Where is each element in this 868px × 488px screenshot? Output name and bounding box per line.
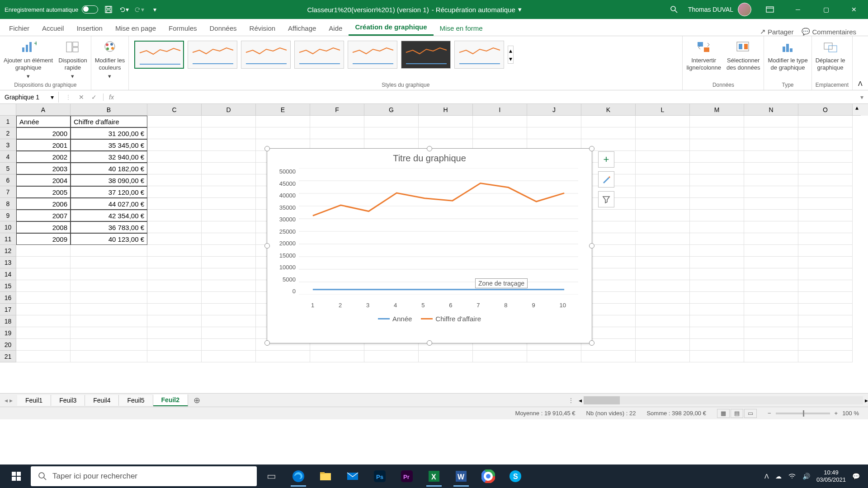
cell[interactable] bbox=[419, 351, 473, 362]
cell[interactable]: 2004 bbox=[16, 174, 71, 186]
cell[interactable]: 2006 bbox=[16, 198, 71, 210]
chart-style-1[interactable] bbox=[134, 41, 184, 69]
cell[interactable] bbox=[202, 186, 256, 198]
cell[interactable] bbox=[636, 151, 690, 163]
cell[interactable] bbox=[16, 327, 71, 339]
cell[interactable] bbox=[636, 221, 690, 233]
cell[interactable] bbox=[744, 221, 798, 233]
search-icon[interactable] bbox=[669, 5, 679, 14]
row-header-1[interactable]: 1 bbox=[0, 116, 16, 127]
cell[interactable]: 2005 bbox=[16, 186, 71, 198]
minimize-icon[interactable]: ─ bbox=[788, 3, 807, 16]
tab-format[interactable]: Mise en forme bbox=[434, 21, 489, 36]
row-header-19[interactable]: 19 bbox=[0, 327, 16, 339]
cell[interactable]: 2002 bbox=[16, 151, 71, 163]
cell[interactable] bbox=[798, 116, 853, 127]
row-header-10[interactable]: 10 bbox=[0, 221, 16, 233]
cell[interactable] bbox=[690, 233, 744, 245]
cell[interactable] bbox=[71, 351, 147, 362]
cell[interactable] bbox=[71, 292, 147, 304]
cell[interactable] bbox=[636, 280, 690, 292]
confirm-icon[interactable]: ✓ bbox=[91, 94, 97, 101]
cell[interactable] bbox=[798, 186, 853, 198]
cell[interactable] bbox=[744, 280, 798, 292]
explorer-icon[interactable] bbox=[313, 465, 338, 487]
mail-icon[interactable] bbox=[340, 465, 365, 487]
cell[interactable] bbox=[690, 151, 744, 163]
zoom-slider[interactable] bbox=[776, 413, 830, 414]
add-sheet-icon[interactable]: ⊕ bbox=[188, 395, 206, 405]
photoshop-icon[interactable]: Ps bbox=[367, 465, 392, 487]
cell[interactable] bbox=[581, 127, 636, 139]
cell[interactable] bbox=[798, 221, 853, 233]
tab-home[interactable]: Accueil bbox=[36, 21, 70, 36]
cell[interactable] bbox=[744, 327, 798, 339]
cell[interactable] bbox=[310, 116, 364, 127]
col-header-M[interactable]: M bbox=[690, 104, 744, 116]
row-header-20[interactable]: 20 bbox=[0, 339, 16, 351]
tab-formulas[interactable]: Formules bbox=[162, 21, 203, 36]
cell[interactable] bbox=[147, 233, 202, 245]
col-header-B[interactable]: B bbox=[71, 104, 147, 116]
legend-item-2[interactable]: Chiffre d'affaire bbox=[421, 315, 481, 323]
cell[interactable] bbox=[202, 257, 256, 268]
row-header-14[interactable]: 14 bbox=[0, 268, 16, 280]
cell[interactable] bbox=[71, 245, 147, 257]
cell[interactable] bbox=[744, 186, 798, 198]
cell[interactable] bbox=[581, 116, 636, 127]
cell[interactable] bbox=[147, 116, 202, 127]
tab-data[interactable]: Données bbox=[203, 21, 243, 36]
cell[interactable] bbox=[147, 163, 202, 174]
chrome-icon[interactable] bbox=[476, 465, 501, 487]
cell[interactable] bbox=[690, 245, 744, 257]
cell[interactable] bbox=[636, 327, 690, 339]
cell[interactable] bbox=[798, 304, 853, 315]
cell[interactable] bbox=[744, 257, 798, 268]
cell[interactable]: 32 940,00 € bbox=[71, 151, 147, 163]
cell[interactable] bbox=[690, 268, 744, 280]
tab-insert[interactable]: Insertion bbox=[70, 21, 109, 36]
cell[interactable]: 31 200,00 € bbox=[71, 127, 147, 139]
row-header-15[interactable]: 15 bbox=[0, 280, 16, 292]
chart-style-5[interactable] bbox=[348, 41, 397, 69]
cell[interactable] bbox=[581, 351, 636, 362]
close-icon[interactable]: ✕ bbox=[844, 3, 863, 16]
chart-title[interactable]: Titre du graphique bbox=[267, 149, 592, 168]
start-button[interactable] bbox=[4, 465, 29, 487]
cell[interactable] bbox=[419, 116, 473, 127]
cell[interactable] bbox=[147, 304, 202, 315]
change-colors-button[interactable]: Modifier les couleurs ▾ bbox=[95, 39, 125, 80]
chart-style-3[interactable] bbox=[241, 41, 291, 69]
cell[interactable] bbox=[744, 210, 798, 221]
sheet-tab-4[interactable]: Feuil5 bbox=[119, 395, 153, 406]
cell[interactable] bbox=[202, 221, 256, 233]
cell[interactable] bbox=[71, 327, 147, 339]
clock[interactable]: 10:4903/05/2021 bbox=[816, 469, 846, 483]
cell[interactable] bbox=[690, 174, 744, 186]
volume-icon[interactable]: 🔊 bbox=[802, 473, 810, 480]
cell[interactable] bbox=[744, 163, 798, 174]
chart-object[interactable]: + Titre du graphique 5000045000400003500… bbox=[267, 148, 592, 343]
cell[interactable] bbox=[690, 210, 744, 221]
onedrive-icon[interactable]: ☁ bbox=[775, 473, 782, 480]
cell[interactable] bbox=[744, 245, 798, 257]
cell[interactable] bbox=[636, 304, 690, 315]
comments-button[interactable]: 💬Commentaires bbox=[802, 28, 856, 36]
formula-input[interactable] bbox=[119, 95, 856, 99]
cell[interactable] bbox=[636, 257, 690, 268]
cell[interactable] bbox=[636, 186, 690, 198]
windows-search[interactable]: Taper ici pour rechercher bbox=[31, 466, 257, 486]
cell[interactable] bbox=[636, 116, 690, 127]
user-account[interactable]: Thomas DUVAL bbox=[688, 3, 751, 16]
cell[interactable] bbox=[364, 116, 419, 127]
chart-elements-icon[interactable]: + bbox=[598, 151, 614, 168]
cell[interactable] bbox=[690, 198, 744, 210]
cell[interactable] bbox=[798, 174, 853, 186]
cell[interactable] bbox=[147, 339, 202, 351]
sheet-tab-2[interactable]: Feuil3 bbox=[51, 395, 85, 406]
cell[interactable] bbox=[310, 351, 364, 362]
notifications-icon[interactable]: 💬 bbox=[852, 473, 860, 480]
cell[interactable] bbox=[636, 315, 690, 327]
cell[interactable] bbox=[147, 174, 202, 186]
chart-style-2[interactable] bbox=[188, 41, 237, 69]
